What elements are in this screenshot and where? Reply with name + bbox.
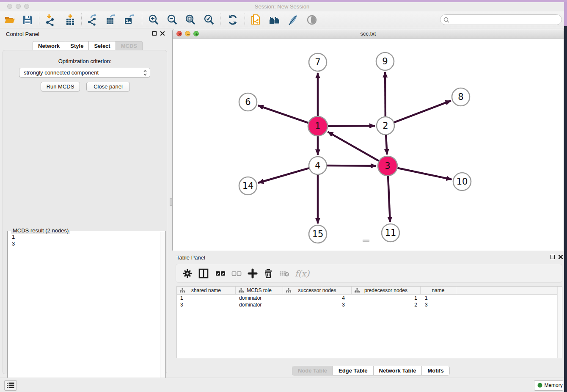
table-settings-gear-icon[interactable] (182, 268, 194, 280)
result-scrollbar[interactable] (160, 232, 165, 389)
export-table-icon[interactable] (105, 14, 117, 26)
zoom-in-icon[interactable] (148, 14, 160, 26)
column-header-predecessor-nodes[interactable]: predecessor nodes (352, 287, 421, 294)
zoom-selected-icon[interactable] (203, 14, 215, 26)
minimize-window-button[interactable] (16, 4, 21, 9)
network-close-button[interactable] (176, 31, 182, 36)
network-graph[interactable]: 7968124314101511 (173, 39, 564, 251)
graph-node-label-14: 14 (242, 181, 254, 191)
graph-edge-3-11[interactable] (388, 175, 390, 222)
import-network-icon[interactable] (44, 14, 56, 26)
tree-icon (355, 288, 360, 293)
export-network-icon[interactable] (87, 14, 99, 26)
table-cell[interactable]: 1 (421, 295, 456, 301)
graph-edge-1-6[interactable] (258, 105, 310, 123)
column-header-mcds-role[interactable]: MCDS role (236, 287, 283, 294)
table-cell[interactable]: 4 (283, 295, 352, 301)
graph-edge-3-10[interactable] (396, 168, 452, 179)
run-mcds-button[interactable]: Run MCDS (41, 82, 80, 91)
graph-edge-2-9[interactable] (385, 72, 385, 118)
table-cell[interactable]: 3 (421, 301, 456, 308)
table-cell[interactable]: 1 (177, 295, 236, 301)
create-column-icon[interactable] (247, 268, 259, 280)
network-window: scc.txt 7968124314101511 (172, 29, 564, 251)
search-field[interactable] (440, 14, 562, 25)
tab-style[interactable]: Style (65, 41, 89, 50)
graph-node-label-11: 11 (385, 228, 396, 238)
tab-network[interactable]: Network (33, 41, 65, 50)
memory-label: Memory (544, 382, 562, 388)
table-row[interactable]: 1dominator411 (177, 295, 562, 301)
mcds-result-list[interactable]: 1 3 (12, 234, 15, 247)
table-float-icon[interactable] (550, 255, 555, 259)
table-cell[interactable]: 2 (352, 301, 421, 308)
network-zoom-button[interactable] (193, 31, 199, 36)
table-row[interactable]: 3dominator323 (177, 301, 562, 308)
tree-icon (180, 288, 185, 293)
select-all-rows-icon[interactable] (215, 268, 227, 280)
zoom-window-button[interactable] (24, 4, 29, 9)
optimization-criterion-label: Optimization criterion: (3, 58, 167, 64)
horizontal-splitter-handle[interactable] (363, 240, 369, 242)
status-bar: Memory (0, 378, 564, 392)
graph-edge-2-8[interactable] (393, 101, 451, 123)
delete-table-icon[interactable] (279, 268, 291, 280)
memory-button[interactable]: Memory (534, 380, 563, 391)
deselect-all-rows-icon[interactable] (231, 268, 243, 280)
tab-motifs[interactable]: Motifs (422, 366, 449, 375)
memory-status-icon (537, 383, 542, 388)
apply-layout-icon[interactable] (227, 14, 239, 26)
graph-edge-1-2[interactable] (327, 126, 375, 126)
tab-mcds[interactable]: MCDS (116, 41, 143, 50)
import-table-icon[interactable] (64, 14, 76, 26)
table-cell[interactable]: 1 (352, 295, 421, 301)
table-cell[interactable]: 3 (283, 301, 352, 308)
table-scrollbar[interactable] (557, 287, 562, 358)
mcds-result-title: MCDS result (2 nodes) (11, 227, 70, 234)
criterion-value: strongly connected component (24, 69, 99, 76)
delete-column-trash-icon[interactable] (263, 268, 275, 280)
save-session-icon[interactable] (22, 14, 33, 26)
function-builder-icon[interactable]: f(x) (295, 268, 312, 280)
table-cell[interactable]: dominator (236, 301, 283, 308)
float-panel-icon[interactable] (152, 31, 157, 36)
close-window-button[interactable] (7, 4, 12, 9)
zoom-fit-icon[interactable] (184, 14, 196, 26)
show-selected-icon[interactable] (306, 14, 318, 26)
new-network-icon[interactable] (250, 14, 262, 26)
graph-node-label-8: 8 (458, 92, 463, 102)
open-session-icon[interactable] (4, 14, 16, 26)
table-close-icon[interactable] (558, 254, 563, 259)
graph-edge-3-1[interactable] (328, 132, 380, 161)
tree-icon (239, 288, 244, 293)
network-title: scc.txt (173, 29, 564, 38)
tab-edge-table[interactable]: Edge Table (333, 366, 373, 375)
graph-edge-2-3[interactable] (386, 134, 387, 155)
graph-node-label-15: 15 (312, 229, 324, 239)
table-panel: Table Panel f(x) shared name MCDS role (172, 252, 564, 377)
toolbar-separator (39, 13, 39, 27)
network-canvas[interactable]: 7968124314101511 (173, 39, 564, 251)
search-input[interactable] (451, 15, 559, 24)
task-history-button[interactable] (4, 380, 17, 391)
graph-edge-4-14[interactable] (258, 168, 310, 183)
export-image-icon[interactable] (124, 14, 135, 26)
column-header-shared-name[interactable]: shared name (177, 287, 236, 294)
table-cell[interactable]: 3 (177, 301, 236, 308)
tab-node-table[interactable]: Node Table (292, 366, 333, 375)
close-panel-button[interactable]: Close panel (86, 82, 130, 91)
main-toolbar (0, 11, 564, 28)
show-all-icon[interactable] (269, 14, 281, 26)
close-panel-icon[interactable] (160, 31, 165, 36)
column-header-successor-nodes[interactable]: successor nodes (283, 287, 352, 294)
tab-network-table[interactable]: Network Table (374, 366, 422, 375)
criterion-dropdown[interactable]: strongly connected component (19, 68, 150, 77)
show-columns-icon[interactable] (198, 268, 210, 280)
hide-selected-icon[interactable] (287, 14, 299, 26)
column-header-name[interactable]: name (421, 287, 456, 294)
zoom-out-icon[interactable] (166, 14, 178, 26)
network-minimize-button[interactable] (185, 31, 190, 36)
tab-select[interactable]: Select (89, 41, 116, 50)
graph-edge-4-3[interactable] (326, 166, 376, 166)
table-cell[interactable]: dominator (236, 295, 283, 301)
